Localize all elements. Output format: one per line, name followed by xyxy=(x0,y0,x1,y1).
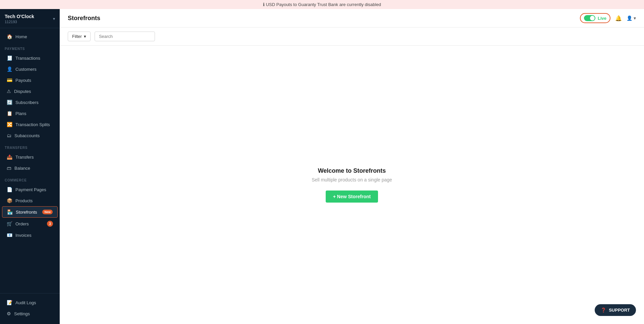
section-label-commerce: COMMERCE xyxy=(0,174,60,184)
brand-id: 112193 xyxy=(5,20,34,24)
sidebar-nav: 🏠 Home PAYMENTS 🧾 Transactions 👤 Custome… xyxy=(0,28,60,293)
orders-icon: 🛒 xyxy=(7,221,12,226)
section-label-transfers: TRANSFERS xyxy=(0,141,60,151)
balance-icon: 🗃 xyxy=(7,165,11,171)
new-storefront-button[interactable]: + New Storefront xyxy=(326,191,378,203)
sidebar-item-payouts[interactable]: 💳 Payouts xyxy=(2,75,58,86)
welcome-title: Welcome to Storefronts xyxy=(312,167,392,174)
plans-icon: 📋 xyxy=(7,111,12,116)
page-title: Storefronts xyxy=(68,15,100,22)
audit-logs-icon: 📝 xyxy=(7,300,12,305)
settings-icon: ⚙ xyxy=(7,311,11,316)
customers-icon: 👤 xyxy=(7,66,12,72)
subscribers-icon: 🔄 xyxy=(7,100,12,105)
payouts-icon: 💳 xyxy=(7,77,12,83)
invoices-icon: 📧 xyxy=(7,232,12,238)
sidebar-item-invoices[interactable]: 📧 Invoices xyxy=(2,230,58,240)
page-body: Welcome to Storefronts Sell multiple pro… xyxy=(60,46,644,324)
payment-pages-icon: 📄 xyxy=(7,187,12,192)
live-toggle[interactable]: Live xyxy=(580,13,610,23)
sidebar-item-payment-pages[interactable]: 📄 Payment Pages xyxy=(2,184,58,195)
sidebar-item-storefronts[interactable]: 🏪 Storefronts New xyxy=(2,206,58,218)
user-menu-button[interactable]: 👤 ▾ xyxy=(627,15,636,21)
filter-button[interactable]: Filter ▾ xyxy=(68,32,91,41)
disputes-icon: ⚠ xyxy=(7,89,11,94)
sidebar-item-subaccounts[interactable]: 🗂 Subaccounts xyxy=(2,130,58,141)
header-right: Live 🔔 👤 ▾ xyxy=(580,13,636,23)
new-badge: New xyxy=(42,210,53,214)
subaccounts-icon: 🗂 xyxy=(7,133,11,138)
user-icon: 👤 xyxy=(627,15,632,21)
sidebar-item-disputes[interactable]: ⚠ Disputes xyxy=(2,86,58,97)
banner-message: USD Payouts to Guaranty Trust Bank are c… xyxy=(266,2,381,7)
sidebar-item-transactions[interactable]: 🧾 Transactions xyxy=(2,53,58,63)
sidebar-item-orders[interactable]: 🛒 Orders 3 xyxy=(2,218,58,229)
storefronts-icon: 🏪 xyxy=(7,209,13,215)
brand-name: Tech O'Clock xyxy=(5,14,34,19)
sidebar-item-transfers[interactable]: 📤 Transfers xyxy=(2,152,58,162)
products-icon: 📦 xyxy=(7,198,12,203)
toolbar: Filter ▾ xyxy=(60,28,644,46)
filter-chevron-icon: ▾ xyxy=(84,34,86,39)
sidebar-item-transaction-splits[interactable]: 🔀 Transaction Splits xyxy=(2,119,58,130)
support-button[interactable]: ❓ SUPPORT xyxy=(595,304,636,316)
sidebar-item-settings[interactable]: ⚙ Settings xyxy=(2,308,58,319)
new-storefront-label: + New Storefront xyxy=(333,194,371,199)
sidebar-item-customers[interactable]: 👤 Customers xyxy=(2,64,58,74)
live-toggle-switch[interactable] xyxy=(584,15,595,21)
sidebar-brand[interactable]: Tech O'Clock 112193 ▾ xyxy=(0,9,60,28)
live-label: Live xyxy=(598,16,606,21)
search-input[interactable] xyxy=(95,32,155,41)
transfers-icon: 📤 xyxy=(7,154,12,160)
main-content: Storefronts Live 🔔 👤 ▾ F xyxy=(60,9,644,324)
sidebar-item-home[interactable]: 🏠 Home xyxy=(2,31,58,42)
main-header: Storefronts Live 🔔 👤 ▾ xyxy=(60,9,644,28)
sidebar-item-plans[interactable]: 📋 Plans xyxy=(2,108,58,119)
chevron-down-icon: ▾ xyxy=(53,16,55,21)
sidebar-bottom: 📝 Audit Logs ⚙ Settings xyxy=(0,293,60,324)
support-icon: ❓ xyxy=(601,308,606,313)
support-label: SUPPORT xyxy=(609,308,630,313)
bell-icon: 🔔 xyxy=(615,15,622,21)
filter-label: Filter xyxy=(72,34,82,39)
sidebar-item-audit-logs[interactable]: 📝 Audit Logs xyxy=(2,297,58,308)
toggle-knob xyxy=(590,16,595,20)
section-label-payments: PAYMENTS xyxy=(0,42,60,52)
orders-count-badge: 3 xyxy=(47,221,53,227)
sidebar-item-products[interactable]: 📦 Products xyxy=(2,195,58,206)
welcome-subtitle: Sell multiple products on a single page xyxy=(312,177,392,182)
sidebar-item-balance[interactable]: 🗃 Balance xyxy=(2,163,58,173)
home-icon: 🏠 xyxy=(7,34,12,39)
transactions-icon: 🧾 xyxy=(7,55,12,61)
sidebar: Tech O'Clock 112193 ▾ 🏠 Home PAYMENTS 🧾 … xyxy=(0,9,60,324)
user-chevron-icon: ▾ xyxy=(634,15,636,21)
transaction-splits-icon: 🔀 xyxy=(7,122,12,127)
top-banner: ℹ USD Payouts to Guaranty Trust Bank are… xyxy=(0,0,644,9)
notifications-button[interactable]: 🔔 xyxy=(615,15,622,21)
info-icon: ℹ xyxy=(263,2,265,7)
welcome-section: Welcome to Storefronts Sell multiple pro… xyxy=(312,167,392,203)
sidebar-item-subscribers[interactable]: 🔄 Subscribers xyxy=(2,97,58,108)
